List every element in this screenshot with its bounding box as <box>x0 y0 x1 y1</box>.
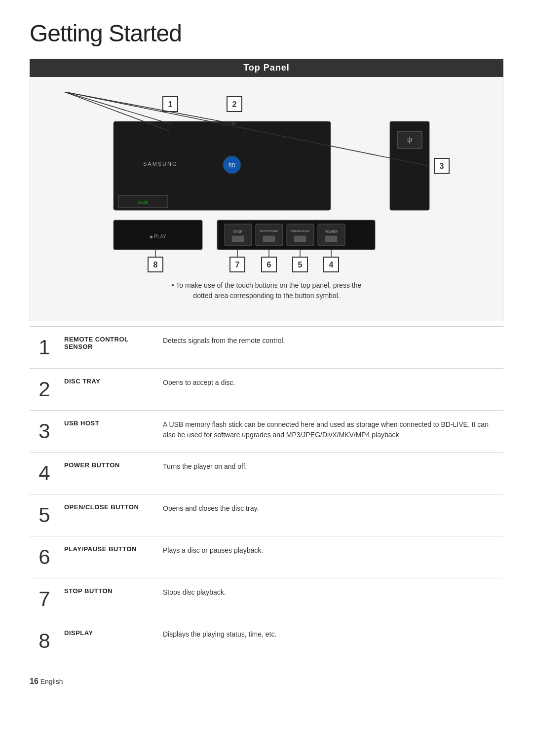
item-description: Turns the player on and off. <box>158 453 503 494</box>
table-row: 5OPEN/CLOSE BUTTONOpens and closes the d… <box>30 494 503 536</box>
svg-rect-33 <box>325 236 337 242</box>
device-illustration: 1 2 3 SAMSUNG BD 00:00 <box>50 92 483 274</box>
table-row: 4POWER BUTTONTurns the player on and off… <box>30 453 503 494</box>
svg-text:BD: BD <box>228 163 235 168</box>
item-label: OPEN/CLOSE BUTTON <box>59 494 158 536</box>
svg-rect-27 <box>263 236 275 242</box>
item-number: 6 <box>30 536 59 578</box>
diagram-note: • To make use of the touch buttons on th… <box>172 280 361 301</box>
item-description: Plays a disc or pauses playback. <box>158 536 503 578</box>
item-description: Stops disc playback. <box>158 578 503 620</box>
page-title: Getting Started <box>30 20 503 47</box>
svg-rect-28 <box>287 224 314 246</box>
svg-text:7: 7 <box>235 261 240 269</box>
item-number: 4 <box>30 453 59 494</box>
top-panel-header: Top Panel <box>30 59 503 77</box>
item-label: REMOTE CONTROL SENSOR <box>59 327 158 369</box>
svg-text:5: 5 <box>298 261 303 269</box>
svg-rect-25 <box>256 224 283 246</box>
item-number: 5 <box>30 494 59 536</box>
table-row: 7STOP BUTTONStops disc playback. <box>30 578 503 620</box>
item-number: 7 <box>30 578 59 620</box>
note-line1: To make use of the touch buttons on the … <box>176 281 361 289</box>
footer-page-number: 16 <box>30 677 38 685</box>
svg-text:ψ: ψ <box>407 136 412 144</box>
svg-rect-24 <box>232 236 244 242</box>
svg-text:8: 8 <box>153 261 158 269</box>
item-label: USB HOST <box>59 411 158 453</box>
svg-text:PLAY/PAUSE: PLAY/PAUSE <box>260 229 278 232</box>
svg-text:OPEN/CLOSE: OPEN/CLOSE <box>290 229 309 232</box>
svg-rect-22 <box>225 224 252 246</box>
item-label: DISPLAY <box>59 620 158 662</box>
svg-text:1: 1 <box>168 100 173 109</box>
item-description: Displays the playing status, time, etc. <box>158 620 503 662</box>
table-row: 3USB HOSTA USB memory flash stick can be… <box>30 411 503 453</box>
item-description: Detects signals from the remote control. <box>158 327 503 369</box>
svg-text:6: 6 <box>267 261 271 269</box>
footer-lang: English <box>40 678 63 685</box>
items-table: 1REMOTE CONTROL SENSORDetects signals fr… <box>30 326 503 662</box>
item-number: 8 <box>30 620 59 662</box>
item-label: STOP BUTTON <box>59 578 158 620</box>
svg-text:STOP: STOP <box>233 230 243 233</box>
svg-rect-30 <box>294 236 306 242</box>
diagram-area: 1 2 3 SAMSUNG BD 00:00 <box>30 77 503 321</box>
item-label: DISC TRAY <box>59 369 158 411</box>
svg-text:2: 2 <box>232 100 237 109</box>
svg-text:SAMSUNG: SAMSUNG <box>143 161 178 167</box>
footer: 16 English <box>30 677 503 686</box>
table-row: 1REMOTE CONTROL SENSORDetects signals fr… <box>30 327 503 369</box>
table-row: 8DISPLAYDisplays the playing status, tim… <box>30 620 503 662</box>
item-description: Opens and closes the disc tray. <box>158 494 503 536</box>
item-number: 3 <box>30 411 59 453</box>
table-row: 6PLAY/PAUSE BUTTONPlays a disc or pauses… <box>30 536 503 578</box>
svg-rect-31 <box>318 224 345 246</box>
item-label: POWER BUTTON <box>59 453 158 494</box>
item-description: Opens to accept a disc. <box>158 369 503 411</box>
item-label: PLAY/PAUSE BUTTON <box>59 536 158 578</box>
svg-line-13 <box>64 92 170 124</box>
note-line2: dotted area corresponding to the button … <box>193 292 340 300</box>
item-description: A USB memory flash stick can be connecte… <box>158 411 503 453</box>
item-number: 2 <box>30 369 59 411</box>
item-number: 1 <box>30 327 59 369</box>
note-bullet: • <box>172 281 174 289</box>
svg-text:00:00: 00:00 <box>138 200 149 205</box>
svg-text:4: 4 <box>329 261 334 269</box>
svg-text:POWER: POWER <box>325 230 338 233</box>
svg-text:3: 3 <box>440 162 444 170</box>
svg-line-12 <box>64 92 234 124</box>
svg-text:■ PLAY: ■ PLAY <box>150 234 166 239</box>
device-svg: 1 2 3 SAMSUNG BD 00:00 <box>64 92 469 274</box>
table-row: 2DISC TRAYOpens to accept a disc. <box>30 369 503 411</box>
